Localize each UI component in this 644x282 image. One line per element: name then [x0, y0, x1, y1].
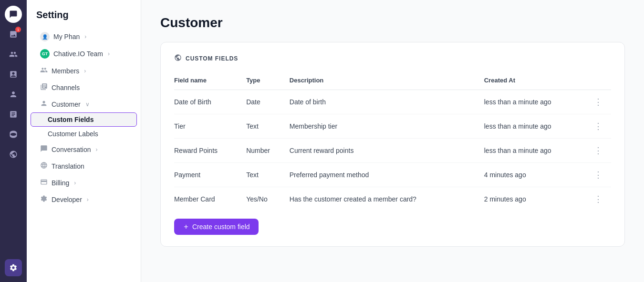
custom-fields-card: CUSTOM FIELDS Field name Type Descriptio… — [160, 42, 625, 247]
person-nav-icon[interactable] — [5, 86, 22, 103]
customer-labels-nav[interactable]: Customer Labels — [31, 127, 137, 141]
cell-field-name: Member Card — [174, 187, 246, 212]
translation-label: Translation — [52, 162, 84, 170]
billing-nav[interactable]: Billing › — [31, 174, 137, 191]
cell-actions: ⋮ — [591, 114, 611, 139]
section-title: CUSTOM FIELDS — [186, 55, 238, 62]
avatar-icon: 👤 — [40, 32, 50, 41]
cell-type: Text — [246, 163, 290, 187]
table-row: Payment Text Preferred payment method 4 … — [174, 163, 611, 187]
billing-icon — [40, 178, 48, 187]
my-phan-label: My Phan — [53, 33, 80, 40]
row-more-button[interactable]: ⋮ — [591, 169, 605, 181]
custom-fields-section-icon — [174, 54, 182, 63]
plus-icon — [183, 223, 189, 230]
developer-icon — [40, 195, 48, 204]
customer-icon — [40, 100, 48, 109]
cell-field-name: Reward Points — [174, 139, 246, 163]
cell-created-at: less than a minute ago — [484, 114, 591, 139]
team-label: Chative.IO Team — [53, 50, 103, 58]
col-actions — [591, 73, 611, 90]
storage-nav-icon[interactable] — [5, 126, 22, 143]
chat-nav-icon[interactable] — [5, 6, 22, 23]
section-header: CUSTOM FIELDS — [174, 54, 611, 63]
cell-created-at: less than a minute ago — [484, 139, 591, 163]
members-icon — [40, 66, 48, 75]
members-label: Members — [52, 67, 79, 75]
cell-description: Current reward points — [290, 139, 484, 163]
custom-fields-nav[interactable]: Custom Fields — [31, 112, 137, 127]
cell-type: Date — [246, 90, 290, 114]
contacts-nav-icon[interactable] — [5, 46, 22, 63]
custom-fields-table: Field name Type Description Created At D… — [174, 73, 611, 211]
row-more-button[interactable]: ⋮ — [591, 144, 605, 157]
cell-created-at: less than a minute ago — [484, 90, 591, 114]
table-row: Tier Text Membership tier less than a mi… — [174, 114, 611, 139]
table-row: Member Card Yes/No Has the customer crea… — [174, 187, 611, 212]
conversation-label: Conversation — [52, 146, 91, 153]
cell-actions: ⋮ — [591, 139, 611, 163]
billing-label: Billing — [52, 179, 69, 187]
cell-description: Membership tier — [290, 114, 484, 139]
main-content: Customer CUSTOM FIELDS Field name Type D… — [141, 0, 644, 282]
cell-type: Yes/No — [246, 187, 290, 212]
cell-created-at: 4 minutes ago — [484, 163, 591, 187]
members-nav[interactable]: Members › — [31, 62, 137, 79]
panel-title: Setting — [27, 10, 141, 28]
cell-actions: ⋮ — [591, 90, 611, 114]
customer-label: Customer — [52, 101, 81, 108]
conversation-nav[interactable]: Conversation › — [31, 141, 137, 158]
reports-nav-icon[interactable] — [5, 66, 22, 83]
table-row: Date of Birth Date Date of birth less th… — [174, 90, 611, 114]
notification-badge: 1 — [15, 27, 21, 32]
conversation-arrow: › — [96, 146, 98, 153]
col-type: Type — [246, 73, 290, 90]
left-panel: Setting 👤 My Phan › GT Chative.IO Team ›… — [27, 0, 141, 282]
conversation-icon — [40, 145, 48, 154]
tasks-nav-icon[interactable] — [5, 106, 22, 123]
row-more-button[interactable]: ⋮ — [591, 96, 605, 108]
create-custom-field-button[interactable]: Create custom field — [174, 219, 259, 235]
settings-nav-icon[interactable] — [5, 259, 22, 276]
cell-description: Preferred payment method — [290, 163, 484, 187]
my-phan-nav[interactable]: 👤 My Phan › — [31, 28, 137, 45]
row-more-button[interactable]: ⋮ — [591, 120, 605, 132]
create-button-label: Create custom field — [192, 223, 250, 231]
col-field-name: Field name — [174, 73, 246, 90]
cell-description: Has the customer created a member card? — [290, 187, 484, 212]
customer-labels-label: Customer Labels — [48, 130, 98, 138]
custom-fields-label: Custom Fields — [48, 116, 93, 123]
cell-type: Number — [246, 139, 290, 163]
page-title: Customer — [160, 15, 625, 30]
cell-actions: ⋮ — [591, 163, 611, 187]
col-description: Description — [290, 73, 484, 90]
channels-icon — [40, 83, 48, 92]
translation-icon — [40, 161, 48, 171]
members-arrow: › — [84, 68, 86, 74]
image-nav-icon[interactable]: 1 — [5, 26, 22, 43]
my-phan-arrow: › — [84, 33, 86, 40]
developer-nav[interactable]: Developer › — [31, 191, 137, 208]
icon-sidebar: 1 — [0, 0, 27, 282]
row-more-button[interactable]: ⋮ — [591, 193, 605, 205]
customer-arrow: ∨ — [85, 101, 90, 108]
team-nav[interactable]: GT Chative.IO Team › — [31, 45, 137, 62]
cell-field-name: Payment — [174, 163, 246, 187]
cell-actions: ⋮ — [591, 187, 611, 212]
translation-nav[interactable]: Translation — [31, 158, 137, 174]
cell-description: Date of birth — [290, 90, 484, 114]
team-arrow: › — [108, 50, 110, 57]
col-created-at: Created At — [484, 73, 591, 90]
cell-field-name: Date of Birth — [174, 90, 246, 114]
integration-nav-icon[interactable] — [5, 146, 22, 163]
team-icon: GT — [40, 49, 50, 59]
billing-arrow: › — [74, 180, 76, 186]
developer-arrow: › — [87, 196, 89, 203]
customer-nav[interactable]: Customer ∨ — [31, 96, 137, 112]
channels-label: Channels — [52, 84, 80, 91]
cell-field-name: Tier — [174, 114, 246, 139]
cell-created-at: 2 minutes ago — [484, 187, 591, 212]
table-row: Reward Points Number Current reward poin… — [174, 139, 611, 163]
developer-label: Developer — [52, 196, 82, 203]
channels-nav[interactable]: Channels — [31, 79, 137, 96]
